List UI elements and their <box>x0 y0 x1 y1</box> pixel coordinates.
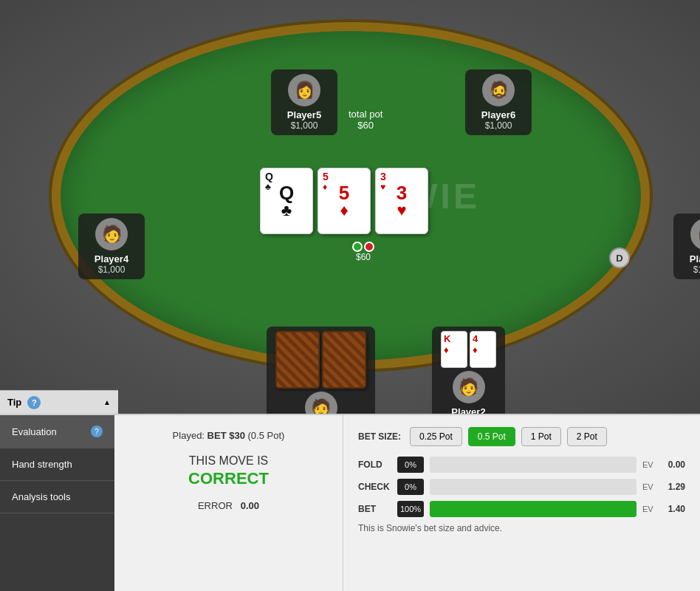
ev-value-check: 1.29 <box>663 482 685 492</box>
player4-name: Player4 <box>87 253 136 264</box>
dealer-button: D <box>609 247 630 268</box>
played-text: Played: BET $30 (0.5 Pot) <box>173 430 285 441</box>
ev-row-fold: FOLD 0% EV 0.00 <box>358 457 685 473</box>
ev-pct-fold: 0% <box>397 457 424 473</box>
avatar-player6: 🧔 <box>482 74 515 106</box>
eval-main: Played: BET $30 (0.5 Pot) THIS MOVE IS C… <box>114 415 343 591</box>
player6-chips: $1,000 <box>474 120 523 131</box>
ev-bar-container-bet <box>430 501 636 517</box>
sidebar-analysis-tools-label: Analysis tools <box>12 491 70 502</box>
total-pot-value: $60 <box>349 120 382 131</box>
ev-action-fold: FOLD <box>358 460 391 470</box>
table-area: SNOWIE total pot $60 Q ♣ Q ♣ 5 ♦ 5 ♦ 3 ♥ <box>0 0 700 414</box>
sidebar-item-hand-strength[interactable]: Hand strength <box>0 448 114 481</box>
player4-chips: $1,000 <box>87 264 136 275</box>
bet-btn-05[interactable]: 0.5 Pot <box>468 427 515 446</box>
ev-bar-fill-bet <box>430 501 636 517</box>
bet-size-row: BET SIZE: 0.25 Pot 0.5 Pot 1 Pot 2 Pot <box>358 427 685 446</box>
chip-5 <box>364 242 374 252</box>
poker-table: SNOWIE total pot $60 Q ♣ Q ♣ 5 ♦ 5 ♦ 3 ♥ <box>52 22 650 369</box>
sidebar-info-icon[interactable]: ? <box>91 426 103 437</box>
player6-name: Player6 <box>474 109 523 120</box>
sidebar-item-analysis-tools[interactable]: Analysis tools <box>0 481 114 513</box>
ev-label-fold: EV <box>642 460 657 469</box>
avatar-player1: 👩 <box>690 218 700 250</box>
player-box-player5: 👩 Player5 $1,000 <box>271 69 337 135</box>
tip-info-icon[interactable]: ? <box>27 396 41 409</box>
ev-pct-bet: 100% <box>397 501 424 517</box>
pot-chips: $60 <box>352 242 374 262</box>
community-card-1: 5 ♦ 5 ♦ <box>318 168 371 234</box>
player-box-player6: 🧔 Player6 $1,000 <box>465 69 532 135</box>
avatar-player4: 🧑 <box>95 218 128 250</box>
ev-label-bet: EV <box>642 505 657 513</box>
player-box-player1: 👩 Player1 $1,000 <box>673 213 700 279</box>
move-correct-label: THIS MOVE IS <box>189 453 269 469</box>
ev-action-bet: BET <box>358 504 391 514</box>
sidebar-evaluation-label: Evaluation <box>12 426 57 437</box>
tip-label: Tip <box>7 397 21 408</box>
community-card-2: 3 ♥ 3 ♥ <box>375 168 428 234</box>
player2-hole-cards: K ♦ 4 ♦ <box>441 331 496 368</box>
player5-chips: $1,000 <box>280 120 329 131</box>
bet-btn-2[interactable]: 2 Pot <box>567 427 607 446</box>
sidebar: Evaluation ? Hand strength Analysis tool… <box>0 415 114 591</box>
sidebar-item-evaluation[interactable]: Evaluation ? <box>0 415 114 448</box>
ev-value-bet: 1.40 <box>663 504 685 514</box>
eval-right: BET SIZE: 0.25 Pot 0.5 Pot 1 Pot 2 Pot F… <box>343 415 700 591</box>
pot-amount: $60 <box>352 252 374 262</box>
ev-label-check: EV <box>642 482 657 491</box>
eval-panel: Evaluation ? Hand strength Analysis tool… <box>0 414 700 591</box>
total-pot-label: total pot <box>349 109 382 120</box>
player1-chips: $1,000 <box>682 264 700 275</box>
played-prefix: Played: <box>173 430 207 441</box>
chip-25 <box>352 242 363 252</box>
error-text: ERROR 0.00 <box>198 500 259 511</box>
snowie-advice: This is Snowie's bet size and advice. <box>358 523 685 533</box>
error-label: ERROR <box>198 500 233 511</box>
avatar-player5: 👩 <box>288 74 320 106</box>
error-value: 0.00 <box>241 500 259 511</box>
ev-bar-container-check <box>430 479 636 495</box>
player2-card-0: K ♦ <box>441 331 467 368</box>
player2-card-1: 4 ♦ <box>470 331 496 368</box>
played-action: BET $30 <box>207 430 245 441</box>
played-detail: (0.5 Pot) <box>248 430 285 441</box>
total-pot: total pot $60 <box>349 109 382 131</box>
card-back-1 <box>322 331 366 389</box>
bet-size-label: BET SIZE: <box>358 431 401 442</box>
ev-pct-check: 0% <box>397 479 424 495</box>
move-correct-value: CORRECT <box>188 469 269 488</box>
tip-arrow-icon[interactable]: ▲ <box>103 398 111 406</box>
ev-row-bet: BET 100% EV 1.40 <box>358 501 685 517</box>
player5-name: Player5 <box>280 109 329 120</box>
player-box-player4: 🧑 Player4 $1,000 <box>78 213 145 279</box>
sidebar-hand-strength-label: Hand strength <box>12 459 72 470</box>
ev-row-check: CHECK 0% EV 1.29 <box>358 479 685 495</box>
player1-name: Player1 <box>682 253 700 264</box>
ev-action-check: CHECK <box>358 482 391 492</box>
avatar-player2: 🧑 <box>453 371 485 403</box>
ev-value-fold: 0.00 <box>663 460 685 470</box>
community-cards: Q ♣ Q ♣ 5 ♦ 5 ♦ 3 ♥ 3 ♥ <box>260 168 428 234</box>
tip-bar[interactable]: Tip ? ▲ <box>0 390 118 414</box>
bet-btn-025[interactable]: 0.25 Pot <box>410 427 462 446</box>
community-card-0: Q ♣ Q ♣ <box>260 168 313 234</box>
player3-hole-cards <box>275 331 366 389</box>
bet-btn-1[interactable]: 1 Pot <box>521 427 561 446</box>
card-back-0 <box>275 331 320 389</box>
ev-bar-container-fold <box>430 457 636 473</box>
